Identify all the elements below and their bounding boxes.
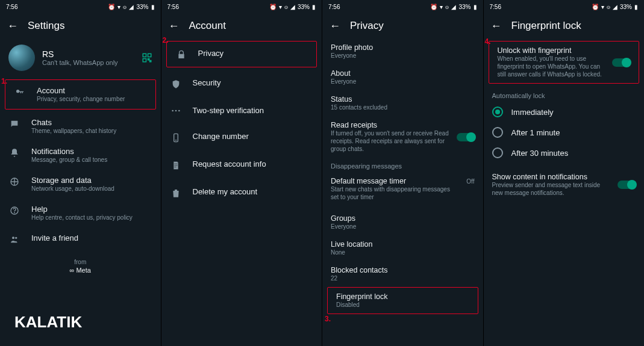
profile-status: Can't talk, WhatsApp only bbox=[42, 59, 134, 66]
item-sub: 22 bbox=[331, 274, 475, 282]
read-receipts-toggle[interactable] bbox=[457, 133, 475, 141]
back-arrow-icon[interactable]: ← bbox=[7, 20, 18, 32]
phone-swap-icon bbox=[170, 133, 182, 143]
item-title: Groups bbox=[331, 214, 475, 223]
help-icon bbox=[8, 206, 20, 215]
screen-account: 7:56 ⏰ ▾ ⌾ ◢ 33% ▮ ← Account 2. Privacy bbox=[161, 0, 323, 346]
show-content-toggle[interactable] bbox=[617, 181, 636, 189]
fingerprint-unlock-row[interactable]: Unlock with fingerprint When enabled, yo… bbox=[489, 41, 640, 84]
radio-label: After 1 minute bbox=[511, 128, 560, 137]
privacy-default-timer[interactable]: Default message timer Start new chats wi… bbox=[322, 172, 483, 206]
svg-point-9 bbox=[15, 237, 17, 239]
privacy-profile-photo[interactable]: Profile photo Everyone bbox=[322, 39, 483, 64]
account-item-change-number[interactable]: Change number bbox=[161, 123, 322, 151]
account-item-privacy[interactable]: Privacy bbox=[166, 41, 317, 67]
radio-immediately[interactable]: Immediately bbox=[484, 102, 645, 122]
item-sub: Network usage, auto-download bbox=[31, 185, 152, 193]
avatar bbox=[8, 45, 35, 71]
item-title: Privacy bbox=[198, 49, 308, 58]
svg-rect-0 bbox=[143, 54, 146, 57]
status-icons: ⏰ ▾ ⌾ ◢ 33% ▮ bbox=[592, 4, 638, 10]
item-title: Default message timer bbox=[331, 177, 475, 185]
svg-rect-4 bbox=[149, 61, 151, 62]
radio-after-30min[interactable]: After 30 minutes bbox=[484, 143, 645, 163]
account-item-twostep[interactable]: Two-step verification bbox=[161, 97, 322, 123]
vowifi-icon: ⌾ bbox=[123, 4, 127, 10]
settings-item-invite[interactable]: Invite a friend bbox=[0, 227, 161, 250]
document-icon bbox=[170, 161, 182, 170]
item-title: Request account info bbox=[193, 159, 314, 168]
item-title: Profile photo bbox=[331, 43, 475, 52]
account-item-request-info[interactable]: Request account info bbox=[161, 151, 322, 179]
status-icons: ⏰ ▾ ⌾ ◢ 33% ▮ bbox=[430, 4, 477, 10]
vowifi-icon: ⌾ bbox=[284, 4, 288, 10]
pin-icon bbox=[170, 107, 182, 114]
radio-icon bbox=[492, 147, 503, 158]
lock-icon bbox=[175, 50, 187, 60]
item-title: Show content in notifications bbox=[492, 173, 612, 181]
battery-pct: 33% bbox=[458, 4, 470, 10]
radio-label: Immediately bbox=[511, 108, 554, 117]
item-sub: When enabled, you'll need to use fingerp… bbox=[498, 55, 607, 78]
item-title: Security bbox=[193, 78, 314, 87]
radio-label: After 30 minutes bbox=[511, 149, 569, 158]
settings-item-storage[interactable]: Storage and data Network usage, auto-dow… bbox=[0, 170, 161, 199]
settings-item-help[interactable]: Help Help centre, contact us, privacy po… bbox=[0, 199, 161, 227]
wifi-icon: ▾ bbox=[117, 4, 120, 10]
item-sub: Help centre, contact us, privacy policy bbox=[31, 214, 152, 221]
screen-privacy: 7:56 ⏰ ▾ ⌾ ◢ 33% ▮ ← Privacy Profile pho… bbox=[322, 0, 484, 346]
item-title: Unlock with fingerprint bbox=[498, 46, 607, 55]
alarm-icon: ⏰ bbox=[430, 4, 437, 10]
settings-item-chats[interactable]: Chats Theme, wallpapers, chat history bbox=[0, 112, 161, 141]
privacy-fingerprint[interactable]: Fingerprint lock Disabled bbox=[327, 287, 478, 314]
settings-item-notifications[interactable]: Notifications Message, group & call tone… bbox=[0, 141, 161, 170]
fingerprint-toggle[interactable] bbox=[612, 58, 630, 67]
header: ← Account bbox=[161, 13, 322, 39]
bell-icon bbox=[8, 148, 20, 158]
back-arrow-icon[interactable]: ← bbox=[169, 20, 180, 32]
privacy-about[interactable]: About Everyone bbox=[322, 64, 483, 90]
wifi-icon: ▾ bbox=[279, 4, 282, 10]
footer-from: from bbox=[0, 259, 161, 265]
profile-row[interactable]: RS Can't talk, WhatsApp only bbox=[0, 39, 161, 77]
status-icons: ⏰ ▾ ⌾ ◢ 33% ▮ bbox=[269, 4, 316, 10]
back-arrow-icon[interactable]: ← bbox=[491, 20, 502, 32]
svg-rect-13 bbox=[174, 134, 178, 141]
item-sub: If turned off, you won't send or receive… bbox=[331, 129, 451, 153]
battery-icon: ▮ bbox=[151, 4, 155, 10]
svg-rect-2 bbox=[143, 59, 146, 62]
radio-after-1min[interactable]: After 1 minute bbox=[484, 122, 645, 143]
item-sub: Disabled bbox=[336, 301, 469, 309]
shield-icon bbox=[170, 79, 182, 89]
account-item-delete[interactable]: Delete my account bbox=[161, 179, 322, 206]
qr-icon[interactable] bbox=[142, 52, 152, 63]
timer-value: Off bbox=[466, 178, 474, 185]
item-sub: 15 contacts excluded bbox=[331, 103, 475, 111]
privacy-blocked[interactable]: Blocked contacts 22 bbox=[322, 261, 483, 287]
status-bar: 7:56 ⏰ ▾ ⌾ ◢ 33% ▮ bbox=[0, 0, 161, 13]
settings-item-account[interactable]: Account Privacy, security, change number bbox=[5, 79, 156, 110]
back-arrow-icon[interactable]: ← bbox=[330, 20, 340, 32]
signal-icon: ◢ bbox=[613, 4, 617, 10]
privacy-live-location[interactable]: Live location None bbox=[322, 235, 483, 261]
screen-fingerprint: 7:56 ⏰ ▾ ⌾ ◢ 33% ▮ ← Fingerprint lock 4.… bbox=[484, 0, 645, 346]
wifi-icon: ▾ bbox=[601, 4, 604, 10]
item-sub: Everyone bbox=[331, 52, 475, 60]
item-title: About bbox=[331, 69, 475, 78]
item-sub: Start new chats with disappearing messag… bbox=[331, 185, 475, 201]
item-sub: Privacy, security, change number bbox=[37, 95, 147, 103]
item-title: Notifications bbox=[31, 147, 152, 156]
svg-point-11 bbox=[175, 110, 177, 112]
battery-icon: ▮ bbox=[634, 4, 638, 10]
account-item-security[interactable]: Security bbox=[161, 70, 322, 97]
privacy-read-receipts[interactable]: Read receipts If turned off, you won't s… bbox=[322, 116, 483, 158]
svg-point-10 bbox=[172, 110, 174, 112]
meta-footer: from ∞ Meta bbox=[0, 250, 161, 282]
signal-icon: ◢ bbox=[451, 4, 456, 10]
disappearing-header: Disappearing messages bbox=[322, 158, 483, 172]
privacy-groups[interactable]: Groups Everyone bbox=[322, 209, 483, 235]
privacy-status[interactable]: Status 15 contacts excluded bbox=[322, 90, 483, 116]
item-title: Fingerprint lock bbox=[336, 292, 469, 301]
show-content-row[interactable]: Show content in notifications Preview se… bbox=[484, 168, 645, 202]
battery-pct: 33% bbox=[136, 4, 148, 10]
